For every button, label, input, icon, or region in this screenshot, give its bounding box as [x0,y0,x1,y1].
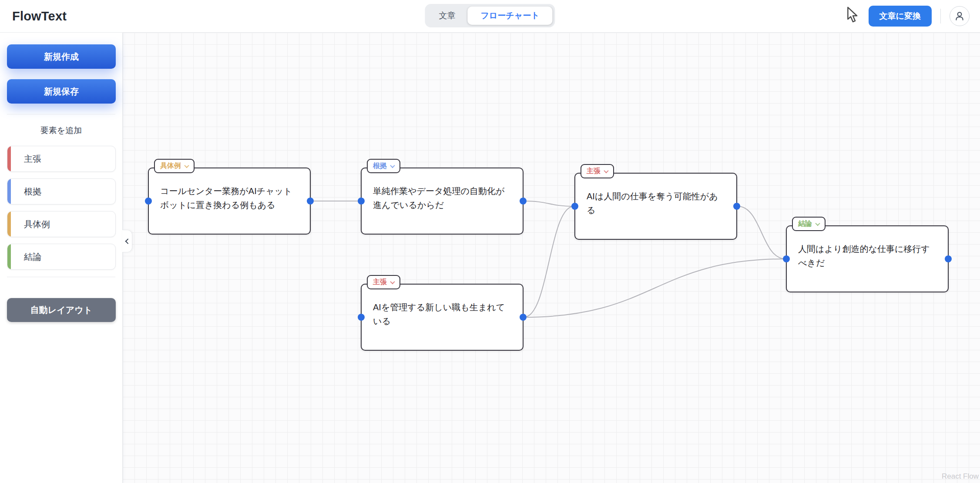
chevron-left-icon [125,238,131,244]
target-handle[interactable] [145,198,152,205]
flow-node-claim[interactable]: 主張AIを管理する新しい職も生まれている [361,284,524,351]
sidebar-divider-bottom [7,277,115,277]
view-toggle: 文章 フローチャート [425,4,555,27]
node-text: 人間はより創造的な仕事に移行すべきだ [787,226,948,270]
example-accent-bar [7,211,11,237]
chevron-down-icon [390,279,395,284]
source-handle[interactable] [945,255,952,262]
user-icon [954,10,965,22]
node-type-badge[interactable]: 根拠 [367,159,400,173]
flow-edge[interactable] [524,259,785,317]
palette-item-claim[interactable]: 主張 [7,146,116,172]
node-type-badge[interactable]: 主張 [581,164,614,178]
user-avatar[interactable] [950,6,970,26]
node-text: 単純作業やデータ処理の自動化が進んでいるからだ [362,168,523,212]
target-handle[interactable] [783,255,790,262]
sidebar-divider-top [7,114,115,114]
palette-item-label: 具体例 [24,218,50,230]
node-type-label: 具体例 [160,161,181,171]
palette-item-example[interactable]: 具体例 [7,211,116,237]
header-actions: 文章に変換 [869,6,980,27]
new-save-button[interactable]: 新規保存 [7,79,116,104]
node-type-label: 主張 [373,278,387,287]
target-handle[interactable] [358,314,365,321]
source-handle[interactable] [733,203,740,210]
chevron-down-icon [604,168,608,173]
tab-flowchart[interactable]: フローチャート [467,7,552,25]
palette-item-label: 結論 [24,251,41,263]
app-root: FlowText 文章 フローチャート 文章に変換 新規作成 新規保存 要素を追… [0,0,980,483]
app-header: FlowText 文章 フローチャート 文章に変換 [0,0,980,33]
new-create-button[interactable]: 新規作成 [7,44,116,69]
chevron-down-icon [815,221,820,225]
claim-accent-bar [7,146,11,171]
node-text: AIは人間の仕事を奪う可能性がある [575,174,736,218]
app-logo: FlowText [12,9,67,23]
palette-item-label: 根拠 [24,186,41,198]
source-handle[interactable] [520,198,527,205]
node-text: AIを管理する新しい職も生まれている [362,285,523,329]
node-text: コールセンター業務がAIチャットボットに置き換わる例もある [149,168,310,212]
tab-text[interactable]: 文章 [427,7,467,25]
chevron-down-icon [390,163,395,168]
flow-node-example[interactable]: 具体例コールセンター業務がAIチャットボットに置き換わる例もある [148,168,311,235]
palette-item-conclusion[interactable]: 結論 [7,244,116,270]
flow-edge[interactable] [524,201,574,206]
add-elements-label: 要素を追加 [7,125,115,136]
convert-to-text-button[interactable]: 文章に変換 [869,6,932,27]
node-type-badge[interactable]: 結論 [792,217,826,231]
reactflow-attribution[interactable]: React Flow [942,472,979,481]
chevron-down-icon [184,163,189,168]
auto-layout-button[interactable]: 自動レイアウト [7,298,116,322]
node-type-label: 主張 [587,167,601,176]
node-type-label: 根拠 [373,161,387,171]
conclusion-accent-bar [7,244,11,269]
flow-node-claim[interactable]: 主張AIは人間の仕事を奪う可能性がある [574,173,737,240]
sidebar: 新規作成 新規保存 要素を追加 主張根拠具体例結論 自動レイアウト [0,33,123,483]
flow-canvas[interactable]: 具体例コールセンター業務がAIチャットボットに置き換わる例もある根拠単純作業やデ… [123,33,980,483]
palette-item-evidence[interactable]: 根拠 [7,178,116,205]
source-handle[interactable] [307,198,314,205]
header-divider [940,9,941,23]
target-handle[interactable] [571,203,578,210]
element-palette: 主張根拠具体例結論 [7,146,115,270]
flow-node-evidence[interactable]: 根拠単純作業やデータ処理の自動化が進んでいるからだ [361,168,524,235]
evidence-accent-bar [7,179,11,204]
flow-edge[interactable] [524,206,574,317]
source-handle[interactable] [520,314,527,321]
node-type-badge[interactable]: 主張 [367,275,400,289]
node-type-badge[interactable]: 具体例 [154,159,195,173]
target-handle[interactable] [358,198,365,205]
sidebar-collapse-button[interactable] [122,230,132,252]
node-type-label: 結論 [798,219,812,228]
flow-node-conclusion[interactable]: 結論人間はより創造的な仕事に移行すべきだ [786,225,949,292]
palette-item-label: 主張 [24,153,41,165]
flow-edge[interactable] [738,206,785,259]
